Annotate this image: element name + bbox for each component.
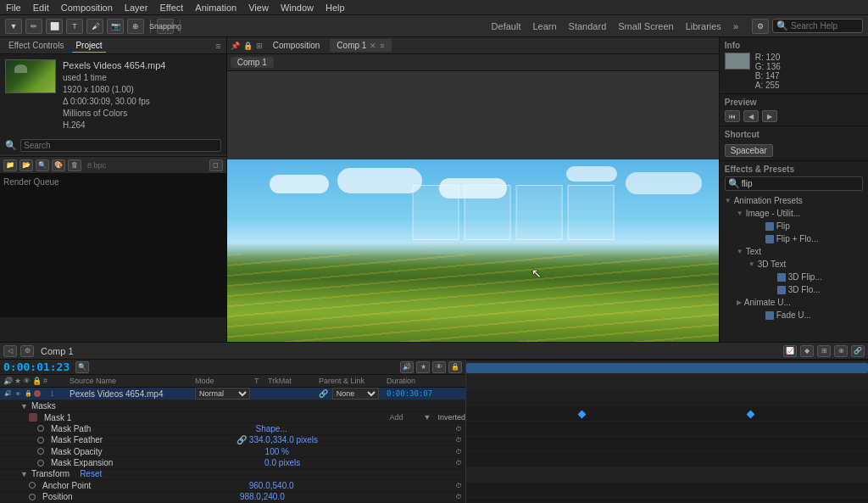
prev-skip-start[interactable]: ⏮ bbox=[725, 110, 740, 122]
lr-parent-select-1[interactable]: None bbox=[332, 388, 379, 400]
shortcut-key: Spacebar bbox=[725, 144, 773, 157]
workspace-more[interactable]: » bbox=[730, 20, 742, 32]
comp-tab-settings[interactable]: ≡ bbox=[380, 42, 384, 50]
sub-anchor-point[interactable]: Anchor Point 960.0,540.0 ⏱ bbox=[0, 480, 465, 491]
select-tool[interactable]: ▼ bbox=[5, 19, 22, 34]
preset-group-image[interactable]: ▼ Image - Utilit... bbox=[737, 207, 863, 220]
menu-help[interactable]: Help bbox=[323, 2, 348, 14]
workspace-default[interactable]: Default bbox=[488, 20, 525, 32]
kf-body bbox=[466, 360, 868, 503]
workspace-libraries[interactable]: Libraries bbox=[682, 20, 725, 32]
tl-solo-btn[interactable]: ★ bbox=[416, 361, 430, 373]
lr-mode-select-1[interactable]: Normal bbox=[195, 388, 250, 400]
mask-opacity-icon bbox=[37, 448, 44, 455]
preset-group-animate[interactable]: ▶ Animate U... bbox=[737, 296, 863, 309]
layer-row-1[interactable]: 🔊 👁 🔒 1 Pexels Videos 4654.mp4 Normal bbox=[0, 388, 465, 400]
menu-view[interactable]: View bbox=[246, 2, 271, 14]
search-box[interactable]: 🔍 bbox=[772, 19, 863, 33]
lr-audio-1[interactable]: 🔊 bbox=[3, 389, 12, 398]
new-comp-btn[interactable]: 📁 bbox=[3, 159, 17, 171]
effects-search-box[interactable]: 🔍 bbox=[725, 176, 863, 191]
transform-reset[interactable]: Reset bbox=[80, 469, 102, 478]
sub-mask-path[interactable]: Mask Path Shape... ⏱ bbox=[0, 423, 465, 434]
tl-graph-btn[interactable]: 📈 bbox=[783, 345, 797, 357]
extend-btn[interactable]: ⚙ bbox=[752, 19, 769, 34]
search-btn[interactable]: 🔍 bbox=[36, 159, 49, 171]
tl-settings-btn[interactable]: ⚙ bbox=[20, 345, 34, 357]
preset-group-text[interactable]: ▼ Text bbox=[737, 245, 863, 258]
mask-feather-stopwatch[interactable]: ⏱ bbox=[455, 436, 462, 444]
menu-window[interactable]: Window bbox=[278, 2, 316, 14]
trash-btn[interactable]: 🗑 bbox=[68, 159, 81, 171]
position-icon bbox=[29, 494, 36, 500]
mask-path-stopwatch[interactable]: ⏱ bbox=[455, 425, 462, 433]
preset-fadeu[interactable]: Fade U... bbox=[748, 309, 863, 321]
brush-tool[interactable]: 🖌 bbox=[86, 19, 103, 34]
tl-audio-btn[interactable]: 🔊 bbox=[400, 361, 414, 373]
anchor-stopwatch[interactable]: ⏱ bbox=[455, 482, 462, 489]
text-tool[interactable]: T bbox=[66, 19, 83, 34]
masks-label: Masks bbox=[31, 401, 56, 411]
tl-align-btn[interactable]: ⊞ bbox=[817, 345, 831, 357]
comp-tab-close[interactable]: ✕ bbox=[370, 42, 376, 50]
mask-expansion-stopwatch[interactable]: ⏱ bbox=[455, 459, 462, 467]
menu-animation[interactable]: Animation bbox=[192, 2, 239, 14]
workspace-small-screen[interactable]: Small Screen bbox=[615, 20, 676, 32]
shape-tool[interactable]: ⬜ bbox=[46, 19, 63, 34]
expand-btn[interactable]: ◻ bbox=[209, 159, 223, 171]
menu-layer[interactable]: Layer bbox=[122, 2, 151, 14]
preset-flip[interactable]: Flip bbox=[748, 220, 863, 232]
preset-group-animation[interactable]: ▼ Animation Presets bbox=[725, 194, 863, 207]
sub-masks-header[interactable]: ▼ Masks bbox=[0, 400, 465, 411]
preset-flip-flo[interactable]: Flip + Flo... bbox=[748, 232, 863, 245]
tl-collapse-btn[interactable]: ◁ bbox=[3, 345, 17, 357]
workspace-learn[interactable]: Learn bbox=[529, 20, 559, 32]
color-btn[interactable]: 🎨 bbox=[52, 159, 65, 171]
menu-edit[interactable]: Edit bbox=[31, 2, 52, 14]
project-search-input[interactable] bbox=[20, 139, 221, 152]
lr-eye-1[interactable]: 👁 bbox=[14, 389, 22, 398]
effects-search-input[interactable] bbox=[742, 179, 860, 188]
menu-effect[interactable]: Effect bbox=[157, 2, 186, 14]
panel-menu-arrow[interactable]: ≡ bbox=[215, 41, 220, 51]
comp-mini-tab[interactable]: Comp 1 bbox=[231, 57, 274, 68]
prev-play[interactable]: ▶ bbox=[762, 110, 777, 122]
folder-btn[interactable]: 📂 bbox=[19, 159, 33, 171]
tab-project[interactable]: Project bbox=[72, 39, 105, 53]
puppet-tool[interactable]: ⊕ bbox=[127, 19, 144, 34]
position-stopwatch[interactable]: ⏱ bbox=[455, 493, 462, 500]
comp-active-tab[interactable]: Comp 1 ✕ ≡ bbox=[330, 39, 391, 52]
preset-group-3dtext[interactable]: ▼ 3D Text bbox=[748, 258, 863, 271]
prev-back[interactable]: ◀ bbox=[743, 110, 759, 122]
tl-snap-btn[interactable]: 🔗 bbox=[851, 345, 865, 357]
sub-position[interactable]: Position 988.0,240.0 ⏱ bbox=[0, 492, 465, 503]
comp-panel-tab[interactable]: Composition bbox=[266, 39, 327, 52]
tl-lock2-btn[interactable]: 🔒 bbox=[448, 361, 462, 373]
mask1-add-arrow[interactable]: ▼ bbox=[424, 413, 431, 422]
menu-file[interactable]: File bbox=[3, 2, 24, 14]
sub-transform-header[interactable]: ▼ Transform Reset bbox=[0, 469, 465, 480]
tl-search-btn[interactable]: 🔍 bbox=[75, 361, 89, 373]
snapping-toggle[interactable]: Snapping bbox=[157, 19, 174, 34]
tab-effect-controls[interactable]: Effect Controls bbox=[5, 39, 67, 52]
lr-lock-1[interactable]: 🔒 bbox=[24, 389, 32, 398]
sub-mask-expansion[interactable]: Mask Expansion 0.0 pixels ⏱ bbox=[0, 457, 465, 468]
tl-anchor-btn[interactable]: ⊕ bbox=[834, 345, 848, 357]
sub-mask-feather[interactable]: Mask Feather 🔗 334.0,334.0 pixels ⏱ bbox=[0, 435, 465, 446]
mask-opacity-stopwatch[interactable]: ⏱ bbox=[455, 448, 462, 455]
arrow-animation: ▼ bbox=[725, 197, 732, 204]
overlay-box-2 bbox=[464, 185, 510, 240]
camera-tool[interactable]: 📷 bbox=[107, 19, 124, 34]
tl-eye-btn[interactable]: 👁 bbox=[432, 361, 446, 373]
sub-mask-opacity[interactable]: Mask Opacity 100 % ⏱ bbox=[0, 446, 465, 457]
search-input[interactable] bbox=[791, 21, 859, 31]
lr-parent-1[interactable]: 🔗 None bbox=[319, 388, 387, 400]
lr-mode-1[interactable]: Normal bbox=[195, 388, 254, 400]
sub-mask1-header[interactable]: Mask 1 Add ▼ Inverted bbox=[0, 412, 465, 423]
workspace-standard[interactable]: Standard bbox=[565, 20, 610, 32]
preset-3dflip[interactable]: 3D Flip... bbox=[760, 271, 863, 283]
menu-composition[interactable]: Composition bbox=[58, 2, 115, 14]
tl-key-btn[interactable]: ◆ bbox=[800, 345, 814, 357]
preset-3dflo[interactable]: 3D Flo... bbox=[760, 283, 863, 296]
pen-tool[interactable]: ✏ bbox=[25, 19, 42, 34]
